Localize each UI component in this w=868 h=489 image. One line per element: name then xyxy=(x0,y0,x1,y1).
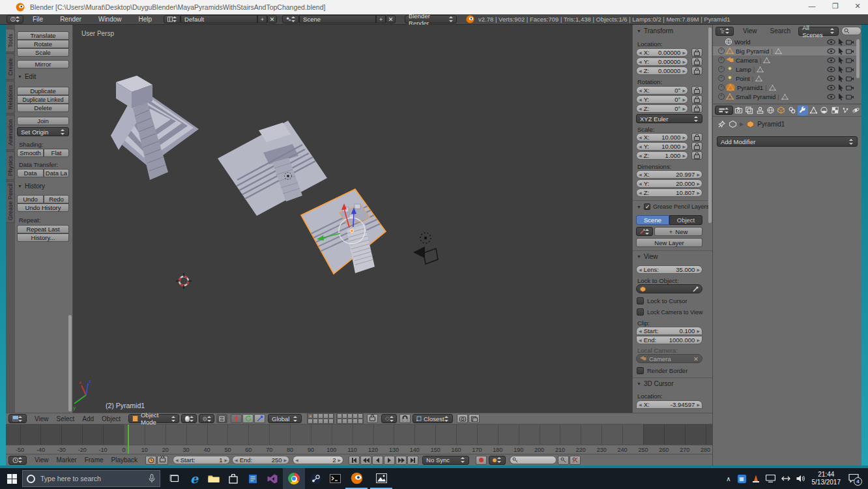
rotation-z-lock-button[interactable] xyxy=(691,104,702,113)
taskbar-clock[interactable]: 21:44 5/13/2017 xyxy=(812,471,841,486)
action-center-button[interactable]: 4 xyxy=(848,473,859,484)
rotation-x-lock-button[interactable] xyxy=(691,86,702,95)
visibility-eye-icon[interactable] xyxy=(827,76,835,82)
properties-editor-type-button[interactable] xyxy=(715,106,733,115)
renderability-camera-icon[interactable] xyxy=(846,67,854,72)
layer-toggle[interactable] xyxy=(353,419,358,424)
scene-selector[interactable]: Scene xyxy=(299,15,376,23)
data-button[interactable]: Data xyxy=(17,169,44,177)
scale-z-lock-button[interactable] xyxy=(691,151,702,160)
vp-menu-add[interactable]: Add xyxy=(78,415,98,422)
lock-camera-row[interactable]: Lock Camera to View xyxy=(637,308,702,316)
grease-pencil-checkbox[interactable] xyxy=(644,203,650,210)
location-x-lock-button[interactable] xyxy=(691,48,702,57)
add-layout-button[interactable]: + xyxy=(257,15,267,23)
layer-toggle[interactable] xyxy=(358,419,363,424)
taskbar-app-store[interactable] xyxy=(225,471,241,486)
timeline-track[interactable] xyxy=(6,424,712,445)
cursor3d-panel-header[interactable]: 3D Cursor xyxy=(637,380,674,387)
scale-x-lock-button[interactable] xyxy=(691,133,702,141)
menu-render[interactable]: Render xyxy=(56,16,85,23)
sync-mode-selector[interactable]: No Sync xyxy=(422,456,469,465)
location-y-field[interactable]: ◀Y:0.00000▶ xyxy=(636,57,688,66)
lock-time-button[interactable] xyxy=(157,456,168,465)
join-button[interactable]: Join xyxy=(17,117,69,125)
visibility-eye-icon[interactable] xyxy=(827,48,835,54)
scale-x-field[interactable]: ◀X:10.000▶ xyxy=(636,133,688,141)
tab-object-data[interactable] xyxy=(808,106,818,115)
tab-scene[interactable] xyxy=(755,106,765,115)
tab-create[interactable]: Create xyxy=(6,53,15,80)
renderability-camera-icon[interactable] xyxy=(846,57,854,63)
frame-start-field[interactable]: ◀Start:1▶ xyxy=(173,456,230,464)
dimensions-y-field[interactable]: ◀Y:20.000▶ xyxy=(636,179,702,188)
close-button[interactable]: ✕ xyxy=(852,2,863,10)
cursor3d-x-field[interactable]: ◀X:-3.94597▶ xyxy=(636,400,702,409)
screen-layout-selector[interactable]: Default xyxy=(181,15,257,23)
tab-object[interactable] xyxy=(776,106,787,115)
layer-toggle[interactable] xyxy=(328,413,334,419)
outliner-search-input[interactable] xyxy=(841,27,861,35)
current-frame-field[interactable]: ◀2▶ xyxy=(293,456,343,464)
gp-tab-scene[interactable]: Scene xyxy=(636,215,669,225)
use-preview-range-button[interactable] xyxy=(145,456,156,465)
tab-modifiers[interactable] xyxy=(798,106,808,115)
selectability-pointer-icon[interactable] xyxy=(838,38,844,46)
duplicate-button[interactable]: Duplicate xyxy=(17,87,69,95)
edit-section-header[interactable]: Edit xyxy=(18,73,36,80)
rotation-x-field[interactable]: ◀X:0°▶ xyxy=(636,86,688,95)
location-y-lock-button[interactable] xyxy=(691,57,702,66)
renderability-camera-icon[interactable] xyxy=(846,94,854,100)
menu-file[interactable]: File xyxy=(29,16,47,23)
rotate-button[interactable]: Rotate xyxy=(17,40,69,48)
npanel-scrollbar[interactable] xyxy=(708,27,712,223)
snap-element-selector[interactable]: Closest xyxy=(412,414,453,423)
vp-menu-view[interactable]: View xyxy=(31,415,53,422)
autokey-mode-selector[interactable] xyxy=(489,456,506,465)
lock-camera-checkbox[interactable] xyxy=(637,308,644,316)
visibility-eye-icon[interactable] xyxy=(827,39,835,45)
task-view-button[interactable] xyxy=(167,471,182,486)
taskbar-app-document[interactable] xyxy=(245,471,261,486)
selectability-pointer-icon[interactable] xyxy=(838,93,844,100)
transform-orientation-selector[interactable]: Global xyxy=(268,414,302,423)
layer-toggle[interactable] xyxy=(353,413,358,419)
tab-animation[interactable]: Animation xyxy=(6,115,15,150)
render-engine-selector[interactable]: Blender Render xyxy=(405,15,457,23)
data-layout-button[interactable]: Data La xyxy=(44,169,69,177)
render-border-row[interactable]: Render Border xyxy=(637,367,687,374)
outliner-scrollbar[interactable] xyxy=(856,39,860,78)
layer-toggle[interactable] xyxy=(358,413,363,419)
tab-material[interactable] xyxy=(818,106,829,115)
expand-toggle[interactable]: + xyxy=(718,48,725,54)
tray-network-icon[interactable] xyxy=(781,475,790,482)
visibility-eye-icon[interactable] xyxy=(827,57,835,63)
taskbar-app-steam[interactable] xyxy=(308,471,323,486)
tab-constraints[interactable] xyxy=(787,106,797,115)
gp-draw-tool-button[interactable] xyxy=(636,227,653,236)
play-button[interactable] xyxy=(384,456,395,465)
keying-set-field[interactable] xyxy=(510,456,557,464)
tl-menu-frame[interactable]: Frame xyxy=(81,456,108,464)
tl-menu-marker[interactable]: Marker xyxy=(53,456,81,464)
taskbar-app-edge[interactable]: e xyxy=(186,471,202,486)
add-modifier-menu[interactable]: Add Modifier xyxy=(717,136,858,147)
renderability-camera-icon[interactable] xyxy=(846,39,854,45)
transform-panel-header[interactable]: Transform xyxy=(637,27,673,35)
taskbar-app-visual-studio[interactable] xyxy=(265,471,280,486)
taskbar-app-terminal[interactable] xyxy=(327,471,343,486)
tab-world[interactable] xyxy=(765,106,775,115)
close-layout-button[interactable]: ✕ xyxy=(267,15,277,23)
repeat-last-button[interactable]: Repeat Last xyxy=(17,225,69,233)
start-button[interactable] xyxy=(4,471,20,486)
scale-y-field[interactable]: ◀Y:10.000▶ xyxy=(636,142,688,151)
lock-to-scene-button[interactable] xyxy=(367,414,378,423)
layer-toggle[interactable] xyxy=(342,419,347,424)
delete-button[interactable]: Delete xyxy=(17,104,69,112)
vp-menu-select[interactable]: Select xyxy=(53,415,79,422)
scale-z-field[interactable]: ◀Z:1.000▶ xyxy=(636,151,688,160)
tl-menu-view[interactable]: View xyxy=(31,456,53,464)
close-scene-button[interactable]: ✕ xyxy=(386,15,396,23)
viewport-3d[interactable]: x z y User Persp (2) Pyramid1 xyxy=(73,25,632,413)
grease-pencil-panel-header[interactable]: Grease Pencil Layers xyxy=(637,203,709,210)
